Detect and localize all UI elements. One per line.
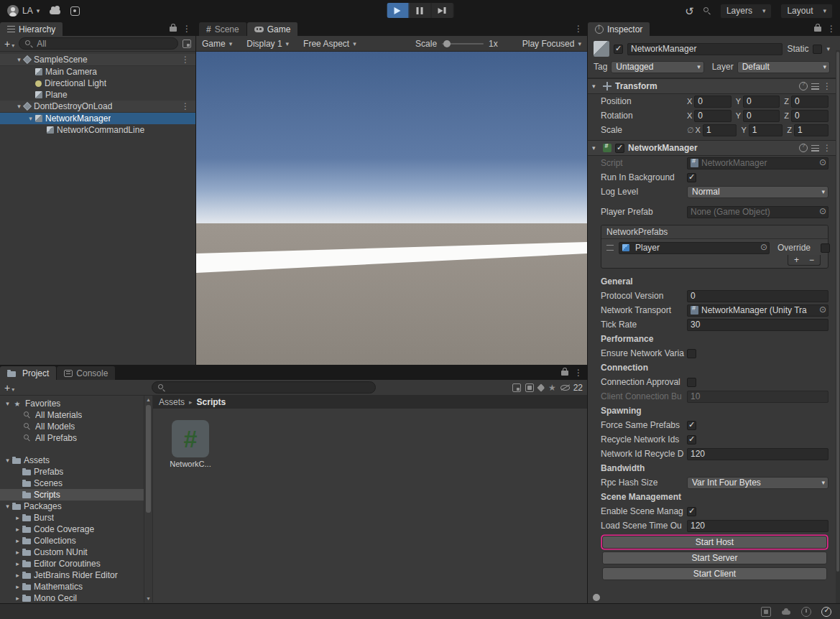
scale-slider[interactable]	[442, 43, 484, 45]
connection-approval-checkbox[interactable]	[687, 378, 696, 387]
tree-item-networkmanager[interactable]: ▾NetworkManager	[0, 113, 195, 124]
project-tree-scrollbar[interactable]: ▲ ▼	[144, 396, 153, 602]
play-focused-dropdown[interactable]: Play Focused	[522, 39, 581, 49]
gameobject-name-field[interactable]: NetworkManager	[627, 43, 783, 55]
prefab-object-field[interactable]: Player	[619, 242, 770, 254]
component-menu-icon[interactable]	[823, 143, 831, 153]
expand-arrow-icon[interactable]: ▾	[26, 115, 35, 122]
start-client-button[interactable]: Start Client	[602, 567, 827, 580]
transform-component-header[interactable]: Transform	[588, 78, 836, 94]
static-dropdown-icon[interactable]	[826, 45, 830, 52]
item-menu-icon[interactable]: ⋮	[181, 55, 195, 65]
expand-arrow-icon[interactable]: ▸	[13, 514, 22, 521]
recycle-network-ids-checkbox[interactable]	[687, 435, 696, 445]
player-prefab-object-field[interactable]: None (Game Object)	[687, 206, 829, 218]
network-transport-object-field[interactable]: NetworkManager (Unity Tra	[687, 304, 829, 317]
position-z-field[interactable]: 0	[791, 96, 829, 108]
step-button[interactable]	[431, 3, 453, 18]
add-prefab-button[interactable]	[794, 256, 799, 264]
active-checkbox[interactable]	[614, 45, 623, 54]
run-in-background-checkbox[interactable]	[687, 173, 696, 182]
background-tasks-icon[interactable]	[801, 607, 811, 617]
foldout-arrow-icon[interactable]	[592, 144, 599, 152]
tree-item-scenes[interactable]: Scenes	[0, 478, 144, 489]
tree-item-all-prefabs[interactable]: All Prefabs	[0, 432, 144, 444]
tree-item-custom-nunit[interactable]: ▸Custom NUnit	[0, 546, 144, 558]
presets-icon[interactable]	[811, 83, 819, 90]
create-button[interactable]	[4, 383, 14, 393]
layers-dropdown[interactable]: Layers	[720, 4, 772, 19]
drag-handle-icon[interactable]	[606, 245, 614, 251]
component-menu-icon[interactable]	[823, 81, 831, 91]
component-enabled-checkbox[interactable]	[615, 144, 624, 153]
scale-z-field[interactable]: 1	[794, 124, 829, 136]
tree-item-plane[interactable]: Plane	[0, 89, 195, 101]
layer-dropdown[interactable]: Default	[737, 61, 830, 73]
override-checkbox[interactable]	[821, 243, 830, 253]
inspector-scrollbar[interactable]	[836, 50, 840, 603]
scrollbar-thumb[interactable]	[836, 52, 839, 572]
tab-console[interactable]: Console	[57, 366, 116, 380]
script-object-field[interactable]: NetworkManager	[687, 157, 829, 169]
rotation-z-field[interactable]: 0	[791, 110, 829, 122]
tree-item-all-materials[interactable]: All Materials	[0, 409, 144, 421]
tree-item-all-models[interactable]: All Models	[0, 421, 144, 432]
network-id-recycle-field[interactable]: 120	[687, 448, 829, 460]
tab-project[interactable]: Project	[0, 366, 57, 380]
scale-slider-knob[interactable]	[443, 40, 451, 47]
static-checkbox[interactable]	[813, 45, 822, 54]
constrain-proportions-icon[interactable]	[687, 126, 694, 135]
position-y-field[interactable]: 0	[743, 96, 780, 108]
gameobject-icon[interactable]	[594, 41, 609, 57]
play-button[interactable]	[387, 3, 409, 18]
load-scene-timeout-field[interactable]: 120	[687, 520, 829, 532]
help-icon[interactable]	[799, 82, 808, 90]
search-icon[interactable]	[703, 6, 711, 15]
display-dropdown[interactable]: Display 1	[246, 39, 289, 49]
network-prefab-element[interactable]: Player Override	[601, 239, 828, 256]
scrollbar-thumb[interactable]	[146, 405, 151, 513]
lock-icon[interactable]	[814, 27, 821, 32]
panel-menu-icon[interactable]	[827, 24, 836, 34]
tab-game[interactable]: Game	[247, 22, 299, 36]
package-visibility-icon[interactable]	[525, 383, 534, 392]
tree-item-burst[interactable]: ▸Burst	[0, 512, 144, 523]
pause-button[interactable]	[409, 3, 431, 18]
help-icon[interactable]	[799, 144, 808, 152]
enable-scene-management-checkbox[interactable]	[687, 507, 696, 516]
expand-arrow-icon[interactable]: ▸	[13, 572, 22, 579]
tick-rate-field[interactable]: 30	[687, 319, 829, 331]
tree-item-mono-cecil[interactable]: ▸Mono Cecil	[0, 592, 144, 602]
tab-scene[interactable]: Scene	[199, 22, 247, 36]
expand-arrow-icon[interactable]: ▸	[13, 549, 22, 556]
scale-x-field[interactable]: 1	[703, 124, 737, 136]
panel-menu-icon[interactable]	[574, 24, 583, 34]
game-mode-dropdown[interactable]: Game	[202, 39, 232, 49]
ensure-network-checkbox[interactable]	[687, 349, 696, 358]
scroll-up-icon[interactable]: ▲	[144, 397, 152, 402]
lock-icon[interactable]	[561, 371, 568, 376]
start-host-button[interactable]: Start Host	[602, 536, 827, 549]
tree-item-prefabs[interactable]: Prefabs	[0, 466, 144, 478]
hidden-count-button[interactable]: 22	[560, 383, 583, 393]
tree-item-assets[interactable]: ▾Assets	[0, 455, 144, 466]
expand-arrow-icon[interactable]: ▾	[3, 400, 12, 407]
project-search-input[interactable]	[152, 381, 376, 394]
presets-icon[interactable]	[811, 145, 819, 152]
protocol-version-field[interactable]: 0	[687, 290, 829, 302]
scroll-down-icon[interactable]: ▼	[144, 596, 152, 601]
undo-history-icon[interactable]	[685, 6, 694, 17]
favorites-filter-icon[interactable]	[548, 383, 556, 393]
version-control-status-icon[interactable]	[761, 607, 771, 617]
game-render-view[interactable]	[196, 52, 587, 365]
aspect-dropdown[interactable]: Free Aspect	[303, 39, 356, 49]
hierarchy-search-input[interactable]: All	[19, 37, 178, 50]
cloud-services-status-icon[interactable]	[781, 607, 791, 617]
breadcrumb-root[interactable]: Assets	[159, 397, 185, 407]
layout-dropdown[interactable]: Layout	[780, 4, 833, 19]
remove-prefab-button[interactable]	[809, 256, 814, 264]
tree-item-editor-coroutines[interactable]: ▸Editor Coroutines	[0, 558, 144, 569]
tree-item-jetbrains-rider-editor[interactable]: ▸JetBrains Rider Editor	[0, 569, 144, 581]
expand-arrow-icon[interactable]: ▾	[3, 503, 12, 510]
tree-item-samplescene[interactable]: ▾SampleScene⋮	[0, 54, 195, 66]
